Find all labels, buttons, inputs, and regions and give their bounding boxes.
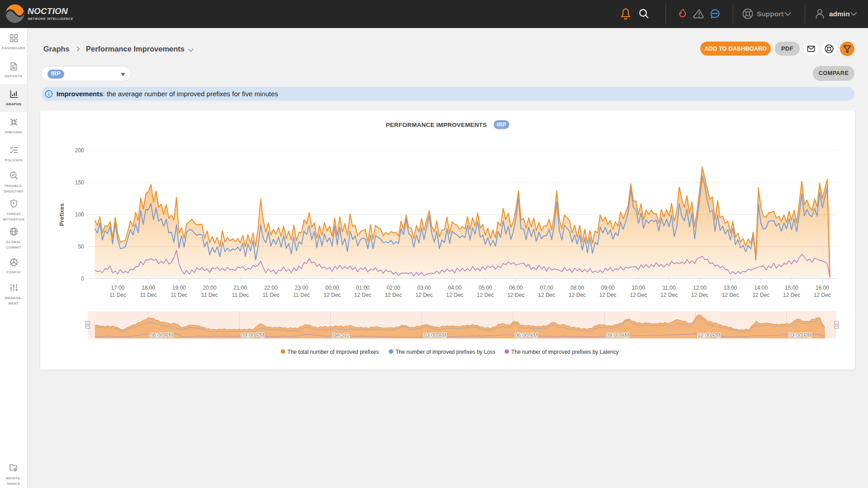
svg-text:11 Dec: 11 Dec [201,292,218,298]
svg-text:12 Dec: 12 Dec [354,292,371,298]
svg-text:03:00: 03:00 [417,285,431,291]
svg-text:12 Dec: 12 Dec [476,292,494,298]
svg-text:00:00: 00:00 [326,285,339,291]
svg-text:PERFORMANCE IMPROVEMENTS: PERFORMANCE IMPROVEMENTS [386,122,487,128]
svg-text:12 Dec: 12 Dec [630,292,647,298]
svg-text:12:00: 12:00 [693,285,707,291]
svg-text:12:00 PM: 12:00 PM [698,332,721,338]
svg-text:11 Dec: 11 Dec [109,292,126,298]
svg-text:11:00: 11:00 [662,285,675,291]
svg-text:100: 100 [75,211,84,218]
svg-text:09:00: 09:00 [601,285,614,291]
svg-text:0: 0 [81,276,84,282]
svg-text:09:00 AM: 09:00 AM [606,332,629,338]
svg-text:06:00: 06:00 [509,285,523,291]
svg-text:09:00 PM: 09:00 PM [241,332,264,338]
svg-text:15:00: 15:00 [785,285,798,291]
svg-text:14:00: 14:00 [754,285,768,291]
svg-text:20:00: 20:00 [203,285,217,291]
svg-text:12 Dec: 12 Dec [569,292,586,298]
svg-text:NOCTION: NOCTION [28,6,68,16]
svg-text:12 Dec: 12 Dec [691,292,708,298]
svg-text:12 Dec: 12 Dec [752,292,769,298]
svg-text:11 Dec: 11 Dec [232,292,249,298]
svg-text:12 Dec: 12 Dec [660,292,678,298]
svg-text:13:00: 13:00 [723,285,737,291]
svg-text:03:00 AM: 03:00 AM [424,332,447,338]
svg-text:21:00: 21:00 [233,285,247,291]
svg-text:03:00 PM: 03:00 PM [788,332,811,338]
svg-text:200: 200 [75,147,84,154]
svg-text:12 Dec: 12 Dec [415,292,433,298]
svg-text:150: 150 [75,179,84,186]
svg-text:10:00: 10:00 [632,285,645,291]
svg-text:12 Dec: 12 Dec [599,292,616,298]
svg-text:Support: Support [757,10,783,18]
svg-text:16:00: 16:00 [816,285,829,291]
svg-text:08:00: 08:00 [571,285,584,291]
svg-text:12 Dec: 12 Dec [446,292,463,298]
svg-text:02:00: 02:00 [387,285,400,291]
svg-text:04:00: 04:00 [448,285,462,291]
svg-text:17:00: 17:00 [111,285,124,291]
svg-text:The number of improved prefixe: The number of improved prefixes by Loss [396,349,495,355]
svg-text:06:00 PM: 06:00 PM [150,332,173,338]
svg-text:IRP: IRP [496,122,506,128]
svg-text:11 Dec: 11 Dec [140,292,157,298]
svg-text:admin: admin [829,10,850,18]
svg-text:12 Dec: 12 Dec [783,292,800,298]
svg-text:50: 50 [78,244,85,250]
svg-text:Dec 12: Dec 12 [332,332,349,338]
svg-text:07:00: 07:00 [540,285,553,291]
svg-text:22:00: 22:00 [264,285,278,291]
svg-text:12 Dec: 12 Dec [324,292,341,298]
svg-text:23:00: 23:00 [295,285,308,291]
svg-text:12 Dec: 12 Dec [814,292,831,298]
svg-text:12 Dec: 12 Dec [385,292,402,298]
svg-text:12 Dec: 12 Dec [538,292,555,298]
svg-text:The total number of improved p: The total number of improved prefixes [288,349,379,355]
svg-text:NETWORK INTELLIGENCE: NETWORK INTELLIGENCE [28,17,73,20]
svg-text:11 Dec: 11 Dec [263,292,279,298]
svg-text:01:00: 01:00 [356,285,369,291]
svg-text:The number of improved prefixe: The number of improved prefixes by Laten… [511,349,618,355]
svg-text:12 Dec: 12 Dec [507,292,524,298]
svg-text:06:00 AM: 06:00 AM [515,332,538,338]
svg-text:11 Dec: 11 Dec [293,292,310,298]
svg-text:19:00: 19:00 [172,285,186,291]
svg-text:Prefixes: Prefixes [58,203,65,226]
svg-text:05:00: 05:00 [478,285,492,291]
svg-text:11 Dec: 11 Dec [170,292,187,298]
svg-text:12 Dec: 12 Dec [722,292,739,298]
svg-text:18:00: 18:00 [142,285,155,291]
